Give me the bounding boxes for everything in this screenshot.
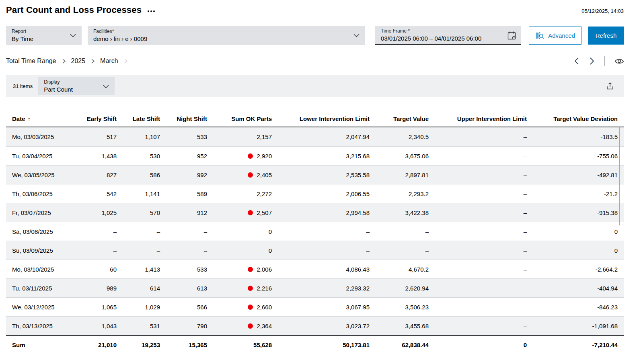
cell-value: 4,086.43 <box>346 266 370 273</box>
calendar-picker-button[interactable] <box>507 31 516 40</box>
cell-value: 566 <box>197 304 207 311</box>
divider <box>604 56 605 66</box>
cell-value: – <box>524 153 527 160</box>
cell-value: 1,413 <box>145 266 160 273</box>
cell-deviation: -404.94 <box>527 285 624 292</box>
table-row[interactable]: We, 03/05/20258275869922,4052,535.582,89… <box>6 165 624 184</box>
breadcrumb-item[interactable]: March <box>100 57 118 65</box>
cell-value: – <box>204 228 207 235</box>
cell-upper_limit: – <box>429 172 527 178</box>
cell-upper_limit: – <box>429 133 527 140</box>
cell-deviation: -21.2 <box>527 190 624 197</box>
column-header-night_shift[interactable]: Night Shift <box>160 115 207 122</box>
cell-value: 2,047.94 <box>346 133 370 140</box>
report-select[interactable]: Report By Time <box>6 26 82 45</box>
cell-upper_limit: – <box>429 190 527 197</box>
cell-night_shift: – <box>160 228 207 235</box>
table-row[interactable]: Th, 03/13/20251,0435317902,3643,023.723,… <box>6 316 624 335</box>
cell-value: 2,620.94 <box>405 285 429 292</box>
export-button[interactable] <box>606 82 614 90</box>
cell-value: 1,107 <box>145 133 160 140</box>
cell-late_shift: 1,413 <box>117 266 160 273</box>
refresh-button[interactable]: Refresh <box>588 27 624 45</box>
table-row[interactable]: Tu, 03/04/20251,4385309522,9203,215.683,… <box>6 146 624 165</box>
table-row[interactable]: Su, 03/09/2025–––0–––0 <box>6 241 624 260</box>
visibility-toggle-button[interactable] <box>614 58 624 65</box>
cell-value: 55,628 <box>253 342 272 348</box>
breadcrumb-item[interactable]: 2025 <box>71 57 86 65</box>
cell-target_value: 3,422.38 <box>370 209 429 216</box>
cell-upper_limit: – <box>429 266 527 273</box>
cell-value: -915.38 <box>597 209 618 216</box>
advanced-button[interactable]: Advanced <box>529 27 581 45</box>
cell-value: Sum <box>12 342 25 348</box>
cell-value: 2,293.2 <box>409 190 429 197</box>
cell-date: Mo, 03/10/2025 <box>6 266 76 273</box>
chevron-right-icon <box>90 59 95 64</box>
cell-value: – <box>204 247 207 254</box>
time-frame-value: 03/01/2025 06:00 – 04/01/2025 06:00 <box>381 35 516 42</box>
cell-upper_limit: – <box>429 323 527 329</box>
prev-period-button[interactable] <box>574 57 579 65</box>
column-header-upper_limit[interactable]: Upper Intervention Limit <box>429 115 527 122</box>
chevron-down-icon <box>70 34 76 37</box>
cell-date: Th, 03/13/2025 <box>6 323 76 329</box>
alert-dot-icon <box>248 267 253 272</box>
table-row[interactable]: Mo, 03/03/20255171,1075332,1572,047.942,… <box>6 127 624 146</box>
table-row[interactable]: Fr, 03/07/20251,0255709122,5072,994.583,… <box>6 203 624 222</box>
cell-early_shift: 1,438 <box>76 153 117 160</box>
chevron-right-icon <box>589 57 595 65</box>
cell-night_shift: 566 <box>160 304 207 311</box>
table-row[interactable]: Tu, 03/11/20259896146132,2162,293.322,62… <box>6 278 624 297</box>
cell-deviation: 0 <box>527 228 624 235</box>
column-header-target_value[interactable]: Target Value <box>370 115 429 122</box>
table-row[interactable]: Sa, 03/08/2025–––0–––0 <box>6 222 624 241</box>
facilities-value: demo › lin › e › 0009 <box>93 35 360 42</box>
cell-value: 2,660 <box>257 304 272 311</box>
next-period-button[interactable] <box>589 57 595 65</box>
breadcrumb-item[interactable]: Total Time Range <box>6 57 56 65</box>
cell-value: 2,920 <box>257 153 272 160</box>
cell-value: – <box>366 228 370 235</box>
table-row[interactable]: Mo, 03/10/2025601,4135332,0064,086.434,6… <box>6 260 624 278</box>
more-menu-button[interactable] <box>147 8 155 12</box>
cell-sum_ok_parts: 2,364 <box>207 323 272 329</box>
cell-value: – <box>157 247 160 254</box>
time-frame-field[interactable]: Time Frame * 03/01/2025 06:00 – 04/01/20… <box>375 26 521 45</box>
cell-value: Th, 03/06/2025 <box>12 190 53 197</box>
column-header-lower_limit[interactable]: Lower Intervention Limit <box>272 115 370 122</box>
cell-value: 992 <box>197 172 207 178</box>
facilities-label: Facilities* <box>93 29 360 34</box>
cell-target_value: 3,675.06 <box>370 153 429 160</box>
cell-value: 530 <box>150 153 160 160</box>
column-header-sum_ok_parts[interactable]: Sum OK Parts <box>207 115 272 122</box>
cell-late_shift: – <box>117 247 160 254</box>
cell-sum_ok_parts: 2,006 <box>207 266 272 273</box>
cell-value: 3,023.72 <box>346 323 370 329</box>
column-header-date[interactable]: Date↑ <box>6 115 76 122</box>
column-header-deviation[interactable]: Target Value Deviation <box>527 115 624 122</box>
cell-early_shift: 827 <box>76 172 117 178</box>
facilities-select[interactable]: Facilities* demo › lin › e › 0009 <box>88 26 365 45</box>
cell-value: 3,675.06 <box>405 153 429 160</box>
vertical-scrollbar[interactable] <box>619 127 620 225</box>
cell-value: 2,157 <box>257 133 272 140</box>
table-row[interactable]: Th, 03/06/20255421,1415892,2722,006.552,… <box>6 184 624 203</box>
cell-value: – <box>524 133 527 140</box>
cell-upper_limit: – <box>429 228 527 235</box>
cell-late_shift: 570 <box>117 209 160 216</box>
cell-upper_limit: – <box>429 304 527 311</box>
cell-value: -755.06 <box>597 153 618 160</box>
cell-target_value: – <box>370 228 429 235</box>
cell-late_shift: 531 <box>117 323 160 329</box>
table-row[interactable]: We, 03/12/20251,0651,0295662,6603,067.95… <box>6 297 624 316</box>
sum-cell-upper_limit: 0 <box>429 342 527 348</box>
column-header-late_shift[interactable]: Late Shift <box>117 115 160 122</box>
cell-sum_ok_parts: 2,405 <box>207 172 272 178</box>
items-count: 31 items <box>13 83 33 89</box>
column-header-label: Target Value <box>393 115 429 122</box>
cell-lower_limit: 3,215.68 <box>272 153 370 160</box>
column-header-early_shift[interactable]: Early Shift <box>76 115 117 122</box>
display-select[interactable]: Display Part Count <box>38 77 115 95</box>
cell-value: 1,043 <box>101 323 117 329</box>
